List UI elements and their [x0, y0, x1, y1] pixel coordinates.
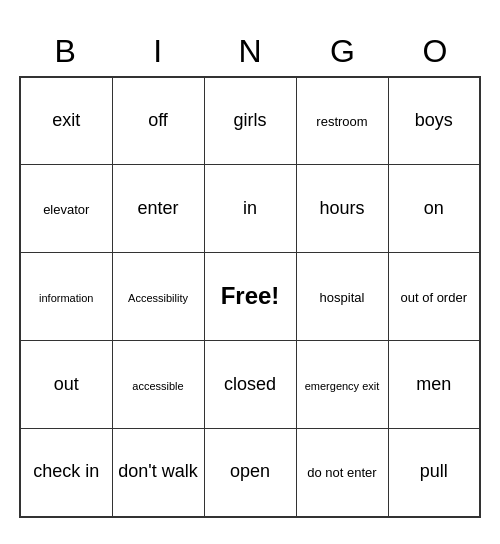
bingo-cell: out — [20, 341, 112, 429]
cell-label: Free! — [221, 282, 280, 309]
table-row: check indon't walkopendo not enterpull — [20, 429, 480, 517]
header-letter: N — [204, 27, 296, 76]
table-row: exitoffgirlsrestroomboys — [20, 77, 480, 165]
bingo-cell: open — [204, 429, 296, 517]
bingo-cell: don't walk — [112, 429, 204, 517]
bingo-cell: closed — [204, 341, 296, 429]
cell-label: in — [243, 198, 257, 218]
header-letter: B — [19, 27, 111, 76]
cell-label: hours — [319, 198, 364, 218]
table-row: outaccessibleclosedemergency exitmen — [20, 341, 480, 429]
table-row: informationAccessibilityFree!hospitalout… — [20, 253, 480, 341]
cell-label: out — [54, 374, 79, 394]
bingo-cell: do not enter — [296, 429, 388, 517]
cell-label: open — [230, 461, 270, 481]
header-letter: I — [111, 27, 203, 76]
cell-label: emergency exit — [305, 380, 380, 392]
cell-label: hospital — [320, 290, 365, 305]
bingo-cell: restroom — [296, 77, 388, 165]
cell-label: do not enter — [307, 465, 376, 480]
cell-label: information — [39, 292, 93, 304]
table-row: elevatorenterinhourson — [20, 165, 480, 253]
cell-label: elevator — [43, 202, 89, 217]
cell-label: on — [424, 198, 444, 218]
bingo-cell: hours — [296, 165, 388, 253]
bingo-cell: Accessibility — [112, 253, 204, 341]
cell-label: closed — [224, 374, 276, 394]
cell-label: girls — [233, 110, 266, 130]
cell-label: check in — [33, 461, 99, 481]
bingo-cell: pull — [388, 429, 480, 517]
bingo-grid: exitoffgirlsrestroomboyselevatorenterinh… — [19, 76, 481, 518]
bingo-cell: in — [204, 165, 296, 253]
bingo-cell: girls — [204, 77, 296, 165]
bingo-cell: on — [388, 165, 480, 253]
bingo-cell: enter — [112, 165, 204, 253]
cell-label: boys — [415, 110, 453, 130]
bingo-cell: boys — [388, 77, 480, 165]
bingo-cell: elevator — [20, 165, 112, 253]
cell-label: exit — [52, 110, 80, 130]
cell-label: restroom — [316, 114, 367, 129]
cell-label: Accessibility — [128, 292, 188, 304]
cell-label: enter — [137, 198, 178, 218]
bingo-cell: emergency exit — [296, 341, 388, 429]
bingo-cell: off — [112, 77, 204, 165]
cell-label: off — [148, 110, 168, 130]
cell-label: men — [416, 374, 451, 394]
cell-label: don't walk — [118, 461, 197, 481]
header-letter: G — [296, 27, 388, 76]
header-letter: O — [389, 27, 481, 76]
bingo-header: BINGO — [19, 27, 481, 76]
bingo-cell: exit — [20, 77, 112, 165]
cell-label: out of order — [401, 290, 468, 305]
bingo-cell: hospital — [296, 253, 388, 341]
bingo-cell: check in — [20, 429, 112, 517]
bingo-cell: men — [388, 341, 480, 429]
bingo-cell: Free! — [204, 253, 296, 341]
cell-label: pull — [420, 461, 448, 481]
bingo-cell: information — [20, 253, 112, 341]
cell-label: accessible — [132, 380, 183, 392]
bingo-cell: accessible — [112, 341, 204, 429]
bingo-cell: out of order — [388, 253, 480, 341]
